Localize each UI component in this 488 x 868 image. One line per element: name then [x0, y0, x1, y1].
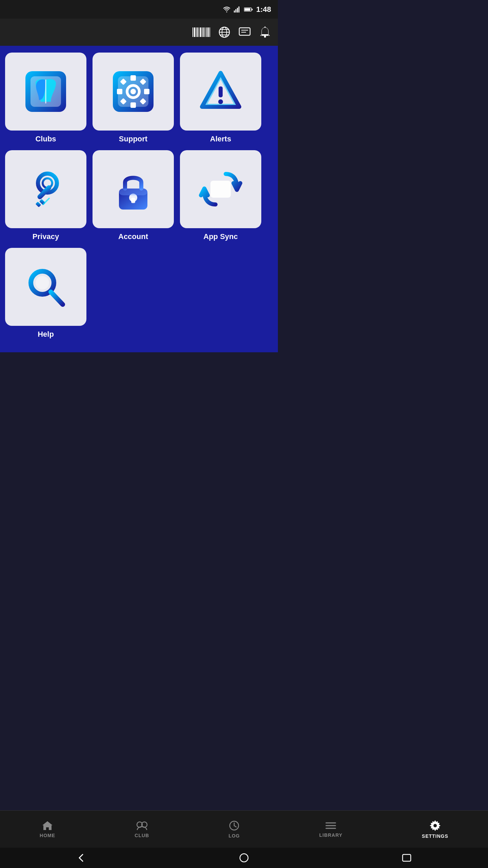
- grid-item-account[interactable]: Account: [93, 150, 174, 241]
- svg-rect-25: [117, 89, 122, 94]
- svg-rect-41: [131, 198, 135, 203]
- barcode-icon[interactable]: [192, 27, 210, 37]
- svg-point-22: [130, 89, 136, 94]
- svg-line-46: [51, 292, 63, 304]
- grid-item-privacy[interactable]: Privacy: [5, 150, 86, 241]
- svg-rect-37: [36, 202, 41, 208]
- wifi-icon: [223, 6, 230, 13]
- svg-rect-31: [219, 86, 223, 97]
- status-time: 1:48: [256, 5, 271, 14]
- svg-rect-43: [210, 181, 231, 198]
- support-icon-box: [93, 53, 174, 131]
- clubs-icon: [22, 68, 69, 115]
- support-label: Support: [119, 135, 147, 143]
- grid-item-alerts[interactable]: Alerts: [180, 53, 261, 143]
- help-label: Help: [38, 330, 54, 339]
- appsync-icon: [197, 165, 244, 213]
- support-icon: [109, 68, 157, 115]
- battery-icon: [244, 7, 253, 12]
- account-icon-box: [93, 150, 174, 228]
- status-bar: 1:48: [0, 0, 278, 19]
- svg-rect-6: [251, 8, 252, 10]
- message-icon[interactable]: [239, 26, 251, 38]
- grid-item-appsync[interactable]: App Sync: [180, 150, 261, 241]
- bell-icon[interactable]: [259, 26, 271, 38]
- account-label: Account: [118, 232, 148, 241]
- clubs-label: Clubs: [35, 135, 56, 143]
- signal-icon: [234, 6, 241, 13]
- privacy-label: Privacy: [33, 232, 59, 241]
- grid-item-clubs[interactable]: Clubs: [5, 53, 86, 143]
- grid-row-3: Help: [5, 248, 273, 339]
- svg-rect-26: [144, 89, 149, 94]
- main-content: Clubs: [0, 46, 278, 352]
- svg-rect-42: [119, 189, 147, 195]
- privacy-icon-box: [5, 150, 86, 228]
- svg-rect-3: [238, 6, 239, 13]
- grid-item-support[interactable]: Support: [93, 53, 174, 143]
- app-header: [0, 19, 278, 46]
- account-icon: [109, 165, 157, 213]
- svg-rect-24: [130, 102, 136, 108]
- alerts-icon-box: [180, 53, 261, 131]
- privacy-icon: [22, 165, 69, 213]
- svg-point-45: [36, 276, 49, 290]
- help-icon: [22, 263, 69, 311]
- grid-row-1: Clubs: [5, 53, 273, 143]
- globe-icon[interactable]: [218, 26, 230, 38]
- appsync-icon-box: [180, 150, 261, 228]
- svg-point-32: [218, 99, 223, 104]
- svg-point-15: [264, 36, 266, 38]
- svg-rect-23: [130, 75, 136, 81]
- svg-rect-12: [239, 28, 250, 35]
- help-icon-box: [5, 248, 86, 326]
- svg-rect-2: [237, 8, 238, 13]
- appsync-label: App Sync: [203, 232, 238, 241]
- grid-row-2: Privacy: [5, 150, 273, 241]
- svg-rect-1: [235, 9, 236, 13]
- alerts-icon: [197, 68, 244, 115]
- status-icons: 1:48: [223, 5, 271, 14]
- svg-rect-0: [234, 11, 235, 13]
- grid-item-help[interactable]: Help: [5, 248, 86, 339]
- alerts-label: Alerts: [210, 135, 231, 143]
- clubs-icon-box: [5, 53, 86, 131]
- svg-rect-5: [244, 8, 250, 11]
